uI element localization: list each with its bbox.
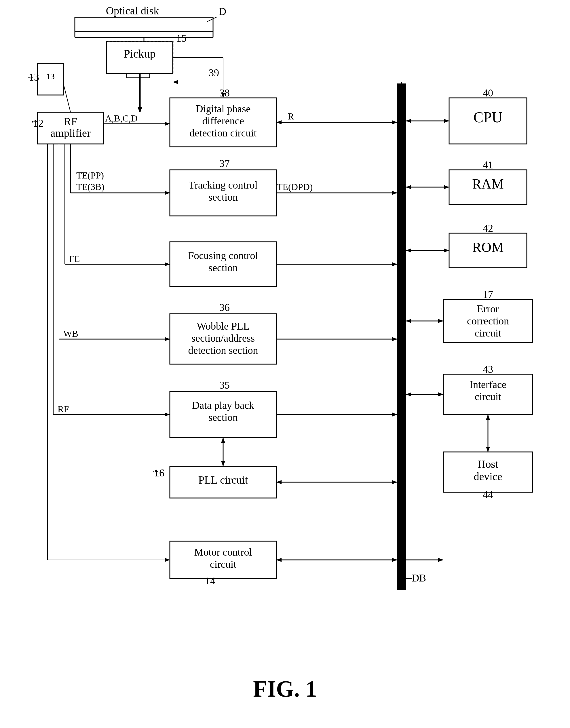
wobble-label3: detection section: [188, 345, 258, 356]
data-playback-label1: Data play back: [192, 400, 254, 411]
wb-label: WB: [63, 328, 78, 339]
digital-phase-label1: Digital phase: [196, 103, 251, 114]
label-37-tracking: 37: [219, 158, 230, 169]
focusing-label1: Focusing control: [188, 250, 258, 261]
label-17: 17: [483, 289, 493, 300]
diagram: Optical disk D 13 13 ~ Pickup 15 RF ampl…: [0, 0, 570, 728]
digital-phase-label3: detection circuit: [190, 127, 257, 139]
rom-label: ROM: [472, 240, 504, 255]
wobble-label2: section/address: [192, 333, 255, 344]
focusing-label2: section: [209, 262, 238, 274]
tracking-label2: section: [209, 192, 238, 203]
tilde-13: ~: [27, 72, 33, 83]
pickup-label: Pickup: [123, 47, 156, 60]
label-35: 35: [219, 379, 230, 391]
data-playback-label2: section: [209, 412, 238, 423]
label-39: 39: [209, 67, 219, 79]
label-43: 43: [483, 364, 493, 375]
d-signal-label: D: [219, 6, 226, 17]
abcd-label: A,B,C,D: [105, 113, 137, 123]
svg-rect-1: [75, 17, 213, 32]
pll-label: PLL circuit: [198, 474, 248, 486]
tracking-label1: Tracking control: [189, 179, 258, 191]
motor-control-label1: Motor control: [194, 547, 252, 558]
error-label3: circuit: [475, 327, 501, 339]
rf-amp-label1: RF: [64, 115, 77, 127]
label-41: 41: [483, 159, 493, 171]
label-12: 12: [33, 117, 43, 129]
host-label2: device: [474, 470, 502, 482]
label-40: 40: [483, 87, 493, 99]
interface-label2: circuit: [475, 391, 501, 402]
te-3b-label: TE(3B): [76, 181, 104, 192]
svg-rect-21: [397, 83, 406, 590]
interface-label1: Interface: [470, 379, 506, 390]
rf-amp-label2: amplifier: [50, 127, 91, 139]
error-label1: Error: [477, 303, 499, 315]
fe-label: FE: [69, 254, 80, 264]
motor-13-label: 13: [46, 71, 55, 81]
wobble-label1: Wobble PLL: [197, 320, 250, 332]
db-label: DB: [412, 572, 426, 584]
te-dpd-label: TE(DPD): [277, 181, 313, 192]
motor-control-label2: circuit: [210, 559, 236, 570]
fig-title: FIG. 1: [253, 676, 317, 702]
cpu-label: CPU: [473, 109, 502, 125]
label-14: 14: [205, 575, 215, 587]
label-44: 44: [483, 489, 493, 500]
ram-label: RAM: [472, 176, 504, 192]
r-label: R: [288, 111, 294, 121]
digital-phase-label2: difference: [202, 115, 244, 127]
label-15: 15: [176, 32, 187, 44]
label-42: 42: [483, 223, 493, 234]
label-16: 16: [154, 467, 165, 479]
optical-disk-label: Optical disk: [106, 5, 159, 17]
te-pp-label: TE(PP): [76, 170, 104, 180]
rf-label: RF: [58, 404, 69, 414]
label-36: 36: [219, 302, 230, 313]
host-label1: Host: [478, 458, 498, 470]
error-label2: correction: [467, 315, 509, 327]
